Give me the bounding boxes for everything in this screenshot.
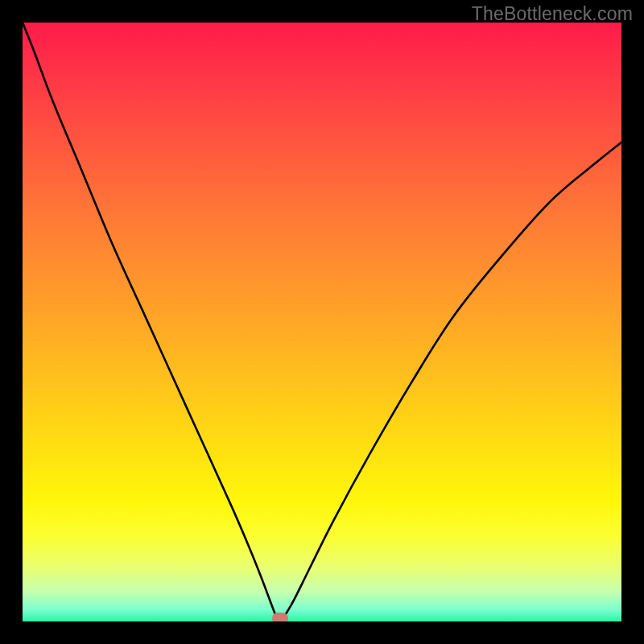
bottleneck-curve (23, 23, 621, 621)
optimum-marker (272, 613, 288, 621)
plot-area (23, 23, 621, 621)
chart-frame: TheBottleneck.com (0, 0, 644, 644)
watermark-text: TheBottleneck.com (472, 3, 633, 25)
